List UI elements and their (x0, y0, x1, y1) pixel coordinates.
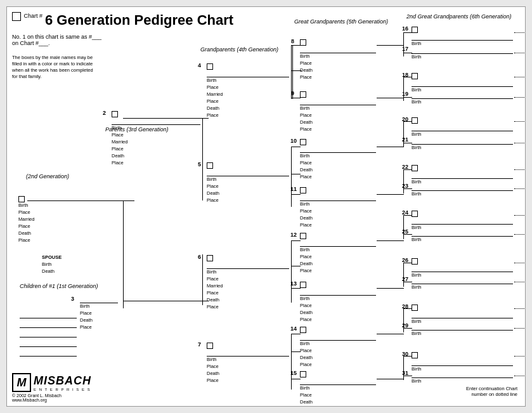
dotted-22 (514, 169, 526, 170)
hline-p7-p1415 (291, 351, 301, 352)
hline-p1-right (123, 200, 134, 201)
person-1-married: Married (18, 216, 129, 223)
person-1-place3: Place (18, 237, 129, 244)
person-6: 6 Birth Place Married Place Death Place (207, 254, 289, 311)
person-9-checkbox (300, 91, 306, 98)
dotted-21 (514, 143, 526, 143)
person-23: 23 Birth (412, 183, 513, 198)
hline-p15 (291, 379, 301, 379)
dotted-26 (514, 263, 526, 263)
spouse-birth: Birth (42, 261, 62, 268)
gen4-label: Grandparents (4th Generation) (200, 46, 278, 53)
hline-2-left (123, 118, 202, 119)
hline-p21 (403, 143, 412, 143)
person-12-checkbox (300, 233, 306, 239)
vline-p15-3031 (403, 356, 404, 380)
hline-p27 (403, 282, 412, 282)
child-line-3 (20, 337, 77, 338)
person-20-checkbox (412, 117, 418, 124)
person-2: 2 Birth Place Married Place Death Place (112, 110, 200, 167)
vline-3-right (202, 254, 203, 305)
dotted-24 (514, 215, 526, 216)
hline-p22 (403, 169, 412, 170)
gen2-label: (2nd Generation) (26, 173, 69, 180)
person-7-checkbox (207, 343, 213, 349)
vline-p4-89 (291, 45, 292, 99)
person-6-checkbox (207, 255, 213, 261)
chart-container: 6 Generation Pedigree Chart Chart # No. … (6, 6, 526, 407)
hline-p31 (403, 376, 412, 376)
chart-number: Chart # (12, 12, 42, 21)
person-26-checkbox (412, 258, 418, 265)
person-21: 21 Birth (412, 137, 513, 152)
hline-p6-p1213 (291, 266, 301, 266)
hline-p30 (403, 356, 412, 357)
person-1-place2: Place (18, 223, 129, 230)
hline-p14-gen6 (377, 334, 404, 334)
hline-p12 (291, 240, 301, 241)
enterprises-text: E N T E R P R I S E S (34, 388, 91, 391)
dotted-18 (514, 77, 526, 77)
dotted-30 (514, 356, 526, 357)
gen6-label: 2nd Great Grandparents (6th Generation) (406, 13, 512, 20)
person-15: 15 Birth Place Death Place (300, 370, 376, 407)
vline-1-23 (123, 200, 124, 308)
person-3: 3 Birth Place Death Place (80, 296, 118, 331)
hline-p26 (403, 263, 412, 263)
person-14-checkbox (300, 327, 306, 333)
hline-p10-gen6 (377, 147, 404, 147)
person-5: 5 Birth Place Death Place (207, 162, 289, 204)
person-31: 31 Birth (412, 370, 513, 385)
hline-3-right (202, 301, 209, 301)
hline-p9-gen6 (377, 98, 404, 98)
person-8: 8 Birth Place Death Place (300, 39, 376, 81)
child-line-1 (20, 318, 77, 318)
dotted-20 (514, 121, 526, 122)
note1: No. 1 on this chart is same as #___ on C… (12, 34, 104, 46)
enter-continuation-note: Enter continuation Chart number on dotte… (466, 386, 517, 397)
person-22-checkbox (412, 165, 418, 171)
person-13-checkbox (300, 282, 306, 288)
person-4: 4 Birth Place Married Place Death Place (207, 63, 289, 119)
person-30-checkbox (412, 352, 418, 358)
person-14: 14 Birth Place Death Place (300, 326, 376, 369)
person-2-checkbox (112, 111, 118, 117)
dotted-29 (514, 328, 526, 329)
hline-p16 (403, 32, 412, 33)
hline-p11 (291, 194, 301, 195)
hline-p8 (291, 45, 301, 46)
note2: The boxes by the male names may be fille… (12, 55, 98, 81)
person-27: 27 Birth (412, 277, 513, 291)
vline-p5-1011 (291, 147, 292, 207)
hline-p23 (403, 188, 412, 189)
vline-p11-2223 (403, 169, 404, 193)
person-16-checkbox (412, 27, 418, 33)
person-1-birth: Birth (18, 202, 129, 209)
person-12: 12 Birth Place Death Place (300, 232, 376, 275)
person-25: 25 Birth (412, 229, 513, 244)
hline-p8-gen6 (377, 45, 404, 46)
child-line-5 (20, 356, 77, 357)
person-18-checkbox (412, 73, 418, 79)
person-13: 13 Birth Place Death Place (300, 281, 376, 324)
person-11-checkbox (300, 187, 306, 193)
person-17: 17 Birth (412, 46, 513, 61)
person-15-checkbox (300, 371, 306, 377)
hline-p9 (291, 98, 301, 98)
hline-p29 (403, 328, 412, 329)
hline-p13-gen6 (377, 288, 404, 289)
chart-number-label: Chart # (24, 13, 43, 19)
logo-text: MISBACH E N T E R P R I S E S (34, 374, 91, 391)
dotted-17 (514, 53, 526, 53)
person-1-place1: Place (18, 209, 129, 216)
spouse-section: SPOUSE Birth Death (42, 254, 62, 275)
spouse-death: Death (42, 268, 62, 275)
hline-p19 (403, 97, 412, 98)
vline-4-89 (292, 45, 293, 99)
person-24-checkbox (412, 211, 418, 217)
hline-p12-gen6 (377, 240, 404, 241)
hline-p28 (403, 308, 412, 309)
person-16: 16 Birth (412, 26, 513, 48)
hline-p11-gen6 (377, 194, 404, 195)
dotted-25 (514, 234, 526, 235)
